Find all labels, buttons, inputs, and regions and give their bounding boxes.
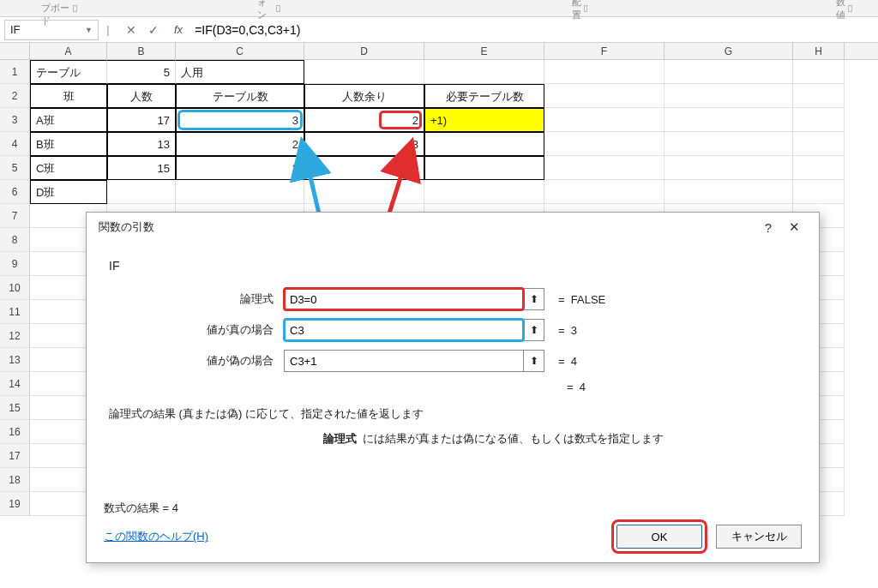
col-header-D[interactable]: D <box>304 43 424 59</box>
cell[interactable] <box>424 60 544 84</box>
cell[interactable] <box>793 60 845 84</box>
ok-button[interactable]: OK <box>616 525 702 549</box>
cell[interactable] <box>665 84 793 108</box>
cell[interactable] <box>176 180 304 204</box>
cell-D2[interactable]: 人数余り <box>304 84 424 108</box>
cell-A6[interactable]: D班 <box>30 180 107 204</box>
cell[interactable] <box>793 108 845 132</box>
close-icon[interactable]: ✕ <box>781 219 807 235</box>
arg1-label: 論理式 <box>104 291 284 307</box>
cell-B3[interactable]: 17 <box>107 108 176 132</box>
fx-icon[interactable]: fx <box>174 23 183 36</box>
row-header[interactable]: 9 <box>0 252 30 276</box>
row-header[interactable]: 19 <box>0 492 30 516</box>
cell[interactable] <box>793 84 845 108</box>
cell[interactable] <box>665 60 793 84</box>
cell-A5[interactable]: C班 <box>30 156 107 180</box>
cell[interactable] <box>793 180 845 204</box>
cell[interactable] <box>544 156 665 180</box>
cell-B5[interactable]: 15 <box>107 156 176 180</box>
name-box[interactable]: IF ▼ <box>4 20 99 40</box>
cell[interactable] <box>793 132 845 156</box>
row-header[interactable]: 5 <box>0 156 30 180</box>
row-header[interactable]: 14 <box>0 372 30 396</box>
row-header[interactable]: 4 <box>0 132 30 156</box>
cell-D5[interactable]: 0 <box>304 156 424 180</box>
formula-input[interactable] <box>189 21 878 39</box>
cell[interactable] <box>665 132 793 156</box>
name-box-dropdown-icon[interactable]: ▼ <box>85 26 93 34</box>
cell-C2[interactable]: テーブル数 <box>176 84 304 108</box>
row-header[interactable]: 10 <box>0 276 30 300</box>
help-icon[interactable]: ? <box>755 220 781 235</box>
cell-C3[interactable]: 3 <box>176 108 304 132</box>
cell[interactable] <box>544 60 665 84</box>
row-header[interactable]: 6 <box>0 180 30 204</box>
row-header[interactable]: 3 <box>0 108 30 132</box>
cell-B1[interactable]: 5 <box>107 60 176 84</box>
arg3-input[interactable] <box>284 350 524 372</box>
cell[interactable] <box>424 180 544 204</box>
col-header-B[interactable]: B <box>107 43 176 59</box>
row-header[interactable]: 7 <box>0 204 30 228</box>
arg2-input[interactable] <box>284 319 524 341</box>
cell[interactable] <box>544 132 665 156</box>
cancel-formula-icon[interactable]: ✕ <box>126 23 136 37</box>
cell-E2[interactable]: 必要テーブル数 <box>424 84 544 108</box>
row-header[interactable]: 12 <box>0 324 30 348</box>
row-header[interactable]: 13 <box>0 348 30 372</box>
cell-B4[interactable]: 13 <box>107 132 176 156</box>
cancel-button[interactable]: キャンセル <box>716 525 802 549</box>
col-header-F[interactable]: F <box>544 43 665 59</box>
cell[interactable] <box>665 180 793 204</box>
cell[interactable] <box>544 84 665 108</box>
cell-A3[interactable]: A班 <box>30 108 107 132</box>
arg3-collapse-icon[interactable]: ⬆ <box>524 350 544 372</box>
cell[interactable] <box>665 108 793 132</box>
row-header[interactable]: 16 <box>0 420 30 444</box>
ribbon-group-labels: クリップボード フォント 配置 数値 <box>0 0 878 17</box>
cell-B2[interactable]: 人数 <box>107 84 176 108</box>
cell[interactable] <box>304 60 424 84</box>
dialog-titlebar[interactable]: 関数の引数 ? ✕ <box>87 213 819 242</box>
cell-C4[interactable]: 2 <box>176 132 304 156</box>
cell[interactable] <box>665 156 793 180</box>
arg1-input[interactable] <box>284 288 524 310</box>
col-header-E[interactable]: E <box>424 43 544 59</box>
function-help-link[interactable]: この関数のヘルプ(H) <box>104 529 208 544</box>
cell-E5[interactable] <box>424 156 544 180</box>
cell[interactable] <box>544 108 665 132</box>
cell-A1[interactable]: テーブル <box>30 60 107 84</box>
name-box-divider: | <box>99 23 117 36</box>
row-header[interactable]: 11 <box>0 300 30 324</box>
cell[interactable] <box>544 180 665 204</box>
cell[interactable] <box>793 156 845 180</box>
overall-result: 4 <box>580 381 586 393</box>
col-header-G[interactable]: G <box>665 43 793 59</box>
cell-A4[interactable]: B班 <box>30 132 107 156</box>
row-header[interactable]: 15 <box>0 396 30 420</box>
arg2-collapse-icon[interactable]: ⬆ <box>524 319 544 341</box>
dialog-title: 関数の引数 <box>99 219 154 235</box>
row-header[interactable]: 18 <box>0 468 30 492</box>
row-header[interactable]: 2 <box>0 84 30 108</box>
select-all-corner[interactable] <box>0 43 30 59</box>
cell-D4[interactable]: 3 <box>304 132 424 156</box>
col-header-A[interactable]: A <box>30 43 107 59</box>
cell[interactable] <box>107 180 176 204</box>
row-header[interactable]: 17 <box>0 444 30 468</box>
cell[interactable] <box>304 180 424 204</box>
cell-D3[interactable]: 2 <box>304 108 424 132</box>
col-header-H[interactable]: H <box>793 43 845 59</box>
cell-E4[interactable] <box>424 132 544 156</box>
cell-E3[interactable]: +1) <box>424 108 544 132</box>
row-header[interactable]: 1 <box>0 60 30 84</box>
arg2-result: 3 <box>571 324 577 337</box>
cell-C1[interactable]: 人用 <box>176 60 304 84</box>
arg1-collapse-icon[interactable]: ⬆ <box>524 288 544 310</box>
row-header[interactable]: 8 <box>0 228 30 252</box>
accept-formula-icon[interactable]: ✓ <box>148 23 159 37</box>
col-header-C[interactable]: C <box>176 43 304 59</box>
cell-C5[interactable]: 3 <box>176 156 304 180</box>
cell-A2[interactable]: 班 <box>30 84 107 108</box>
